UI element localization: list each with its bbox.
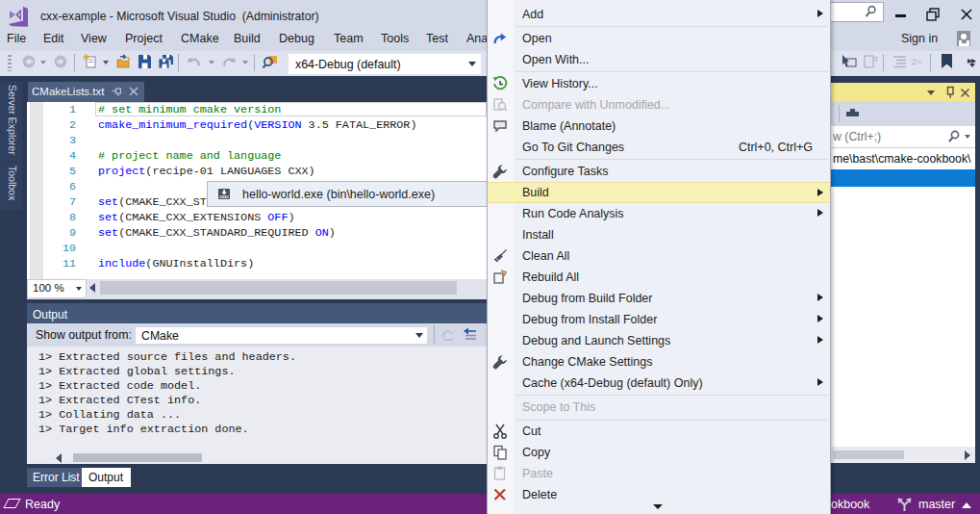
- svg-text:2=: 2=: [912, 57, 921, 66]
